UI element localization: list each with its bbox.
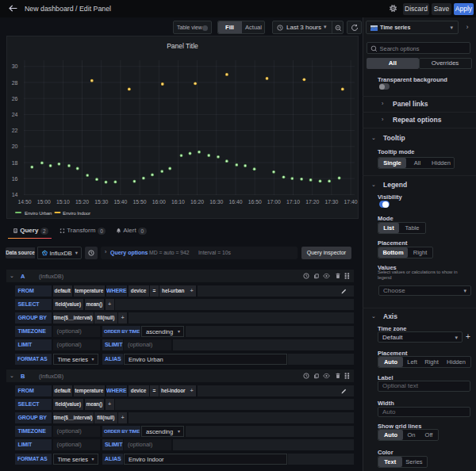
- svg-text:17:20: 17:20: [305, 199, 319, 205]
- svg-text:16:50: 16:50: [248, 199, 262, 205]
- svg-text:Enviro Indoor: Enviro Indoor: [63, 210, 90, 216]
- svg-text:22: 22: [12, 128, 18, 133]
- svg-text:15:20: 15:20: [75, 199, 89, 205]
- svg-text:20: 20: [12, 144, 18, 149]
- svg-text:17:00: 17:00: [267, 199, 281, 205]
- svg-text:18: 18: [12, 160, 18, 166]
- svg-text:28: 28: [12, 80, 18, 86]
- svg-text:14: 14: [12, 192, 18, 197]
- svg-text:Enviro Urban: Enviro Urban: [25, 210, 52, 216]
- svg-text:16: 16: [12, 176, 18, 182]
- svg-text:15:40: 15:40: [113, 199, 127, 205]
- svg-text:17:40: 17:40: [344, 199, 358, 205]
- svg-text:16:10: 16:10: [171, 199, 185, 205]
- svg-text:16:40: 16:40: [228, 199, 242, 205]
- svg-text:16:30: 16:30: [209, 199, 223, 205]
- svg-text:16:00: 16:00: [152, 199, 166, 205]
- svg-text:15:00: 15:00: [37, 199, 51, 205]
- svg-text:30: 30: [12, 63, 18, 69]
- svg-text:15:30: 15:30: [94, 199, 108, 205]
- svg-text:14:50: 14:50: [17, 199, 31, 205]
- svg-text:16:20: 16:20: [190, 199, 204, 205]
- svg-text:26: 26: [12, 96, 18, 101]
- svg-text:17:10: 17:10: [286, 199, 300, 205]
- svg-text:24: 24: [12, 112, 18, 117]
- svg-text:17:30: 17:30: [324, 199, 338, 205]
- svg-text:15:50: 15:50: [133, 199, 147, 205]
- svg-text:15:10: 15:10: [56, 199, 70, 205]
